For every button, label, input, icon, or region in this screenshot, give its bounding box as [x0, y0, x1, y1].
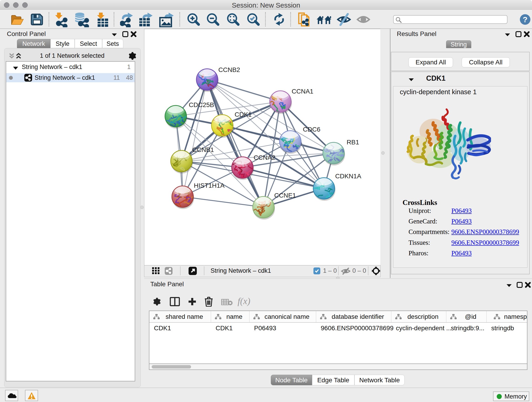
- svg-text:RB1: RB1: [347, 139, 359, 146]
- svg-text:HIST1H1A: HIST1H1A: [194, 182, 225, 189]
- svg-text:CCNE1: CCNE1: [274, 192, 296, 199]
- svg-text:CCNB1: CCNB1: [192, 146, 214, 153]
- svg-text:CDK1: CDK1: [234, 111, 252, 118]
- svg-text:CCNB2: CCNB2: [218, 66, 240, 73]
- svg-text:CDC25B: CDC25B: [189, 101, 214, 108]
- svg-text:CCNA1: CCNA1: [292, 88, 313, 95]
- svg-text:CDC6: CDC6: [303, 126, 320, 133]
- svg-text:CDKN1A: CDKN1A: [335, 172, 361, 180]
- svg-text:CCNA2: CCNA2: [254, 154, 275, 161]
